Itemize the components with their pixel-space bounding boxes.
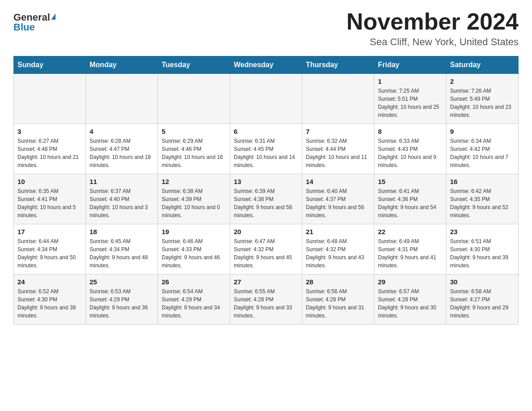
calendar-cell: 28Sunrise: 6:56 AM Sunset: 4:28 PM Dayli…	[302, 274, 374, 325]
page-header: General Blue November 2024 Sea Cliff, Ne…	[13, 9, 519, 48]
day-number: 26	[162, 278, 226, 286]
day-number: 1	[378, 77, 442, 85]
day-number: 29	[378, 278, 442, 286]
weekday-header-tuesday: Tuesday	[158, 56, 230, 74]
day-info: Sunrise: 6:34 AM Sunset: 4:42 PM Dayligh…	[450, 137, 515, 169]
day-info: Sunrise: 6:37 AM Sunset: 4:40 PM Dayligh…	[90, 187, 154, 219]
calendar-cell	[230, 74, 302, 124]
day-number: 27	[234, 278, 298, 286]
calendar-cell: 9Sunrise: 6:34 AM Sunset: 4:42 PM Daylig…	[446, 124, 519, 174]
day-number: 12	[162, 178, 226, 185]
calendar-cell: 1Sunrise: 7:25 AM Sunset: 5:51 PM Daylig…	[374, 74, 446, 124]
weekday-header-thursday: Thursday	[302, 56, 374, 74]
calendar-cell: 17Sunrise: 6:44 AM Sunset: 4:34 PM Dayli…	[14, 224, 86, 274]
title-area: November 2024 Sea Cliff, New York, Unite…	[347, 9, 519, 48]
weekday-header-sunday: Sunday	[14, 56, 86, 74]
day-number: 20	[234, 228, 298, 235]
day-number: 14	[306, 178, 370, 185]
day-number: 21	[306, 228, 370, 235]
day-info: Sunrise: 6:49 AM Sunset: 4:31 PM Dayligh…	[378, 237, 442, 270]
day-info: Sunrise: 6:51 AM Sunset: 4:30 PM Dayligh…	[450, 237, 515, 270]
day-info: Sunrise: 6:58 AM Sunset: 4:27 PM Dayligh…	[450, 287, 515, 320]
calendar-week-row: 10Sunrise: 6:35 AM Sunset: 4:41 PM Dayli…	[14, 174, 519, 224]
day-info: Sunrise: 6:48 AM Sunset: 4:32 PM Dayligh…	[306, 237, 370, 270]
logo-blue-text: Blue	[13, 22, 35, 32]
day-info: Sunrise: 6:57 AM Sunset: 4:28 PM Dayligh…	[378, 287, 442, 320]
calendar-cell: 22Sunrise: 6:49 AM Sunset: 4:31 PM Dayli…	[374, 224, 446, 274]
calendar-cell: 29Sunrise: 6:57 AM Sunset: 4:28 PM Dayli…	[374, 274, 446, 325]
calendar-table: SundayMondayTuesdayWednesdayThursdayFrid…	[13, 56, 519, 325]
calendar-cell: 4Sunrise: 6:28 AM Sunset: 4:47 PM Daylig…	[86, 124, 158, 174]
calendar-cell: 25Sunrise: 6:53 AM Sunset: 4:29 PM Dayli…	[86, 274, 158, 325]
calendar-cell: 21Sunrise: 6:48 AM Sunset: 4:32 PM Dayli…	[302, 224, 374, 274]
logo: General Blue	[13, 13, 56, 32]
day-info: Sunrise: 6:42 AM Sunset: 4:35 PM Dayligh…	[450, 187, 515, 219]
calendar-cell: 8Sunrise: 6:33 AM Sunset: 4:43 PM Daylig…	[374, 124, 446, 174]
calendar-cell: 19Sunrise: 6:46 AM Sunset: 4:33 PM Dayli…	[158, 224, 230, 274]
day-info: Sunrise: 6:45 AM Sunset: 4:34 PM Dayligh…	[90, 237, 154, 270]
calendar-cell: 23Sunrise: 6:51 AM Sunset: 4:30 PM Dayli…	[446, 224, 519, 274]
day-info: Sunrise: 7:26 AM Sunset: 5:49 PM Dayligh…	[450, 87, 515, 119]
day-number: 15	[378, 178, 442, 185]
day-info: Sunrise: 6:56 AM Sunset: 4:28 PM Dayligh…	[306, 287, 370, 320]
day-info: Sunrise: 6:38 AM Sunset: 4:39 PM Dayligh…	[162, 187, 226, 219]
calendar-week-row: 17Sunrise: 6:44 AM Sunset: 4:34 PM Dayli…	[14, 224, 519, 274]
day-info: Sunrise: 6:39 AM Sunset: 4:38 PM Dayligh…	[234, 187, 298, 219]
day-number: 30	[450, 278, 515, 286]
calendar-week-row: 24Sunrise: 6:52 AM Sunset: 4:30 PM Dayli…	[14, 274, 519, 325]
day-info: Sunrise: 6:32 AM Sunset: 4:44 PM Dayligh…	[306, 137, 370, 169]
day-number: 11	[90, 178, 154, 185]
day-number: 2	[450, 77, 515, 85]
day-number: 17	[17, 228, 82, 235]
day-info: Sunrise: 6:28 AM Sunset: 4:47 PM Dayligh…	[90, 137, 154, 169]
day-info: Sunrise: 6:40 AM Sunset: 4:37 PM Dayligh…	[306, 187, 370, 219]
day-number: 6	[234, 128, 298, 135]
day-info: Sunrise: 6:31 AM Sunset: 4:45 PM Dayligh…	[234, 137, 298, 169]
day-number: 4	[90, 128, 154, 135]
day-info: Sunrise: 6:52 AM Sunset: 4:30 PM Dayligh…	[17, 287, 82, 320]
calendar-week-row: 3Sunrise: 6:27 AM Sunset: 4:48 PM Daylig…	[14, 124, 519, 174]
weekday-header-wednesday: Wednesday	[230, 56, 302, 74]
day-number: 13	[234, 178, 298, 185]
calendar-cell: 26Sunrise: 6:54 AM Sunset: 4:29 PM Dayli…	[158, 274, 230, 325]
calendar-cell	[86, 74, 158, 124]
day-number: 22	[378, 228, 442, 235]
calendar-cell: 18Sunrise: 6:45 AM Sunset: 4:34 PM Dayli…	[86, 224, 158, 274]
day-number: 10	[17, 178, 82, 185]
calendar-cell: 27Sunrise: 6:55 AM Sunset: 4:28 PM Dayli…	[230, 274, 302, 325]
calendar-cell: 7Sunrise: 6:32 AM Sunset: 4:44 PM Daylig…	[302, 124, 374, 174]
weekday-header-friday: Friday	[374, 56, 446, 74]
day-info: Sunrise: 6:35 AM Sunset: 4:41 PM Dayligh…	[17, 187, 82, 219]
day-number: 5	[162, 128, 226, 135]
calendar-cell: 13Sunrise: 6:39 AM Sunset: 4:38 PM Dayli…	[230, 174, 302, 224]
day-number: 23	[450, 228, 515, 235]
calendar-cell: 16Sunrise: 6:42 AM Sunset: 4:35 PM Dayli…	[446, 174, 519, 224]
day-number: 7	[306, 128, 370, 135]
calendar-cell: 24Sunrise: 6:52 AM Sunset: 4:30 PM Dayli…	[14, 274, 86, 325]
calendar-week-row: 1Sunrise: 7:25 AM Sunset: 5:51 PM Daylig…	[14, 74, 519, 124]
weekday-header-row: SundayMondayTuesdayWednesdayThursdayFrid…	[14, 56, 519, 74]
day-number: 16	[450, 178, 515, 185]
calendar-cell: 11Sunrise: 6:37 AM Sunset: 4:40 PM Dayli…	[86, 174, 158, 224]
calendar-cell	[14, 74, 86, 124]
day-number: 28	[306, 278, 370, 286]
day-number: 24	[17, 278, 82, 286]
calendar-cell: 3Sunrise: 6:27 AM Sunset: 4:48 PM Daylig…	[14, 124, 86, 174]
day-info: Sunrise: 6:29 AM Sunset: 4:46 PM Dayligh…	[162, 137, 226, 169]
calendar-cell: 5Sunrise: 6:29 AM Sunset: 4:46 PM Daylig…	[158, 124, 230, 174]
day-number: 25	[90, 278, 154, 286]
calendar-cell: 10Sunrise: 6:35 AM Sunset: 4:41 PM Dayli…	[14, 174, 86, 224]
day-info: Sunrise: 6:44 AM Sunset: 4:34 PM Dayligh…	[17, 237, 82, 270]
day-info: Sunrise: 6:55 AM Sunset: 4:28 PM Dayligh…	[234, 287, 298, 320]
day-info: Sunrise: 6:41 AM Sunset: 4:36 PM Dayligh…	[378, 187, 442, 219]
calendar-cell: 15Sunrise: 6:41 AM Sunset: 4:36 PM Dayli…	[374, 174, 446, 224]
day-info: Sunrise: 7:25 AM Sunset: 5:51 PM Dayligh…	[378, 87, 442, 119]
calendar-cell: 30Sunrise: 6:58 AM Sunset: 4:27 PM Dayli…	[446, 274, 519, 325]
day-number: 8	[378, 128, 442, 135]
calendar-cell: 12Sunrise: 6:38 AM Sunset: 4:39 PM Dayli…	[158, 174, 230, 224]
day-info: Sunrise: 6:27 AM Sunset: 4:48 PM Dayligh…	[17, 137, 82, 169]
day-info: Sunrise: 6:53 AM Sunset: 4:29 PM Dayligh…	[90, 287, 154, 320]
day-number: 18	[90, 228, 154, 235]
day-info: Sunrise: 6:54 AM Sunset: 4:29 PM Dayligh…	[162, 287, 226, 320]
calendar-cell: 14Sunrise: 6:40 AM Sunset: 4:37 PM Dayli…	[302, 174, 374, 224]
